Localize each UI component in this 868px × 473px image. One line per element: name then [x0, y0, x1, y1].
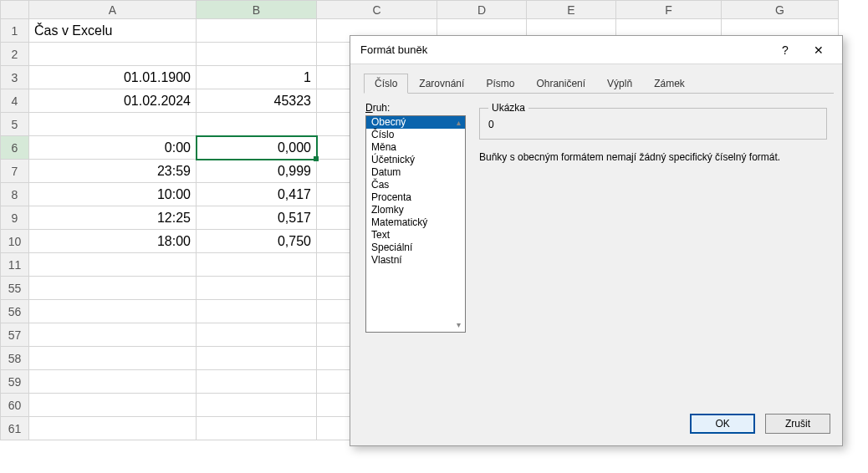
- cell-A6[interactable]: 0:00: [29, 136, 197, 160]
- column-header-A[interactable]: A: [29, 1, 197, 19]
- cell-A10[interactable]: 18:00: [29, 230, 197, 253]
- cell-B59[interactable]: [197, 370, 317, 394]
- preview-fieldset: Ukázka 0: [479, 102, 827, 140]
- row-header-1[interactable]: 1: [1, 19, 29, 43]
- column-header-D[interactable]: D: [437, 1, 527, 19]
- cell-A2[interactable]: [29, 43, 197, 66]
- row-header-4[interactable]: 4: [1, 89, 29, 113]
- cell-A5[interactable]: [29, 113, 197, 136]
- cell-A60[interactable]: [29, 394, 197, 417]
- cell-B3[interactable]: 1: [197, 66, 317, 89]
- scroll-down-icon[interactable]: ▾: [453, 320, 463, 330]
- cell-B2[interactable]: [197, 43, 317, 66]
- cell-A55[interactable]: [29, 277, 197, 300]
- row-header-7[interactable]: 7: [1, 160, 29, 183]
- category-item[interactable]: Účetnický: [366, 154, 465, 166]
- cell-A9[interactable]: 12:25: [29, 206, 197, 230]
- tab-zarovnání[interactable]: Zarovnání: [408, 74, 475, 94]
- tab-výplň[interactable]: Výplň: [596, 74, 643, 94]
- cell-B60[interactable]: [197, 394, 317, 417]
- cell-B57[interactable]: [197, 323, 317, 347]
- row-header-3[interactable]: 3: [1, 66, 29, 89]
- category-label: Druh:: [365, 102, 466, 114]
- corner-cell[interactable]: [1, 1, 29, 19]
- cell-A58[interactable]: [29, 347, 197, 370]
- row-header-6[interactable]: 6: [1, 136, 29, 160]
- category-item[interactable]: Speciální: [366, 242, 465, 254]
- cell-A4[interactable]: 01.02.2024: [29, 89, 197, 113]
- format-description: Buňky s obecným formátem nemají žádný sp…: [479, 151, 827, 163]
- cell-A61[interactable]: [29, 417, 197, 440]
- column-header-G[interactable]: G: [722, 1, 839, 19]
- category-item[interactable]: Čas: [366, 179, 465, 191]
- category-item[interactable]: Matematický: [366, 216, 465, 229]
- row-header-59[interactable]: 59: [1, 370, 29, 394]
- column-header-E[interactable]: E: [527, 1, 616, 19]
- cell-B56[interactable]: [197, 300, 317, 323]
- ok-button[interactable]: OK: [690, 414, 755, 434]
- cell-B7[interactable]: 0,999: [197, 160, 317, 183]
- cell-A11[interactable]: [29, 253, 197, 277]
- category-item[interactable]: Procenta: [366, 191, 465, 204]
- close-icon[interactable]: ✕: [802, 38, 835, 62]
- preview-legend: Ukázka: [488, 102, 528, 114]
- tab-číslo[interactable]: Číslo: [364, 74, 408, 94]
- cell-A1[interactable]: Čas v Excelu: [29, 19, 197, 43]
- category-item[interactable]: Číslo: [366, 129, 465, 141]
- cell-B4[interactable]: 45323: [197, 89, 317, 113]
- column-header-F[interactable]: F: [616, 1, 722, 19]
- cell-B58[interactable]: [197, 347, 317, 370]
- cell-A7[interactable]: 23:59: [29, 160, 197, 183]
- category-item[interactable]: Zlomky: [366, 204, 465, 216]
- cell-B61[interactable]: [197, 417, 317, 440]
- cell-A56[interactable]: [29, 300, 197, 323]
- row-header-11[interactable]: 11: [1, 253, 29, 277]
- cell-B10[interactable]: 0,750: [197, 230, 317, 253]
- row-header-10[interactable]: 10: [1, 230, 29, 253]
- cell-B6[interactable]: 0,000: [197, 136, 317, 160]
- row-header-61[interactable]: 61: [1, 417, 29, 440]
- category-item[interactable]: Měna: [366, 141, 465, 154]
- category-item[interactable]: Vlastní: [366, 254, 465, 267]
- dialog-footer: OK Zrušit: [350, 405, 842, 445]
- row-header-2[interactable]: 2: [1, 43, 29, 66]
- row-header-57[interactable]: 57: [1, 323, 29, 347]
- cell-B8[interactable]: 0,417: [197, 183, 317, 206]
- tab-zámek[interactable]: Zámek: [643, 74, 696, 94]
- cell-B1[interactable]: [197, 19, 317, 43]
- category-item[interactable]: Text: [366, 229, 465, 242]
- category-listbox[interactable]: ▴ ▾ ObecnýČísloMěnaÚčetnickýDatumČasProc…: [365, 115, 466, 333]
- help-icon[interactable]: ?: [768, 38, 802, 62]
- preview-value: 0: [488, 117, 818, 132]
- row-header-9[interactable]: 9: [1, 206, 29, 230]
- cell-B11[interactable]: [197, 253, 317, 277]
- cell-A59[interactable]: [29, 370, 197, 394]
- cell-A57[interactable]: [29, 323, 197, 347]
- row-header-55[interactable]: 55: [1, 277, 29, 300]
- cell-A8[interactable]: 10:00: [29, 183, 197, 206]
- scroll-up-icon[interactable]: ▴: [453, 118, 463, 128]
- row-header-60[interactable]: 60: [1, 394, 29, 417]
- cell-B55[interactable]: [197, 277, 317, 300]
- row-header-56[interactable]: 56: [1, 300, 29, 323]
- category-item[interactable]: Obecný: [366, 116, 465, 129]
- cancel-button[interactable]: Zrušit: [765, 414, 830, 434]
- cell-B9[interactable]: 0,517: [197, 206, 317, 230]
- format-cells-dialog: Formát buněk ? ✕ ČísloZarovnáníPísmoOhra…: [350, 35, 843, 446]
- dialog-titlebar[interactable]: Formát buněk ? ✕: [350, 36, 842, 64]
- cell-B5[interactable]: [197, 113, 317, 136]
- tab-ohraničení[interactable]: Ohraničení: [525, 74, 596, 94]
- dialog-tabs: ČísloZarovnáníPísmoOhraničeníVýplňZámek: [364, 73, 834, 94]
- row-header-8[interactable]: 8: [1, 183, 29, 206]
- row-header-58[interactable]: 58: [1, 347, 29, 370]
- column-header-C[interactable]: C: [317, 1, 437, 19]
- tab-písmo[interactable]: Písmo: [475, 74, 525, 94]
- row-header-5[interactable]: 5: [1, 113, 29, 136]
- column-header-B[interactable]: B: [197, 1, 317, 19]
- dialog-title: Formát buněk: [360, 43, 768, 56]
- cell-A3[interactable]: 01.01.1900: [29, 66, 197, 89]
- category-item[interactable]: Datum: [366, 166, 465, 179]
